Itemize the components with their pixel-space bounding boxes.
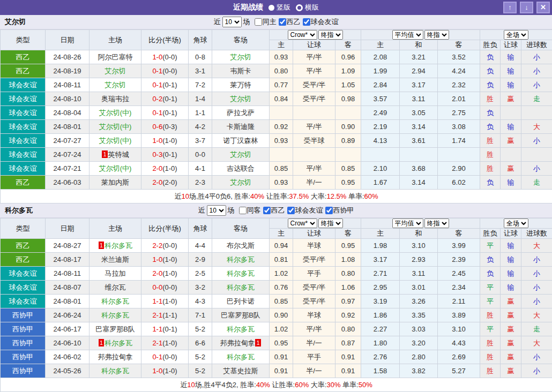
avg-stage-select[interactable]: 终指	[424, 218, 449, 228]
checkbox-label: 同主	[263, 17, 277, 27]
filter-label-games: 场	[228, 206, 235, 215]
checkbox-input[interactable]	[279, 18, 286, 26]
league-type-badge: 球会友谊	[1, 120, 46, 134]
fulltime-score: 2-0	[152, 269, 162, 277]
result-flag	[521, 148, 552, 162]
home-team: 科尔多瓦	[89, 364, 141, 378]
team-label: 科尔多瓦	[227, 283, 255, 291]
checkbox-input[interactable]	[287, 207, 295, 214]
filter-checkbox-西乙[interactable]: 西乙	[278, 17, 301, 27]
match-row: 球会友谊24-08-11艾尔切0-1(0-1)7-2莱万特0.77受平/半1.0…	[1, 78, 552, 92]
team-label: 科尔多瓦	[227, 325, 255, 333]
league-type-badge: 西协甲	[1, 322, 46, 336]
average-odds: 2.32	[438, 78, 480, 92]
match-count-select[interactable]: 10	[222, 17, 242, 27]
team-label: 奥瑞韦拉	[101, 95, 129, 103]
handicap-odds: 1.02	[270, 322, 293, 336]
checkbox-input[interactable]	[325, 207, 333, 214]
score: 1-0(1-0)	[141, 253, 189, 267]
checkbox-input[interactable]	[263, 207, 271, 214]
result-flag: 胜	[480, 364, 501, 378]
filter-checkbox-球会友谊[interactable]: 球会友谊	[302, 17, 339, 27]
odds-stage-select[interactable]: 终指	[318, 218, 343, 228]
odds-sub-header: 让球	[293, 40, 335, 50]
avg-stage-select[interactable]: 终指	[424, 30, 449, 40]
average-odds: 2.39	[438, 253, 480, 267]
team-label: 韦斯卡	[230, 67, 251, 75]
filter-checkbox-西乙[interactable]: 西乙	[263, 206, 285, 215]
match-row: 西协甲24-06-101科尔多瓦2-1(1-0)6-6邦弗拉甸拿10.95半/一…	[1, 336, 552, 350]
filter-checkbox-同客[interactable]: 同客	[236, 206, 261, 215]
odds-company-select[interactable]: Crow*	[288, 30, 317, 40]
move-down-button[interactable]: ↓	[520, 2, 533, 13]
handicap-odds: 半/一	[293, 176, 335, 190]
results-table: 类型日期主场比分(半场)角球客场Crow*终指平均值终指全场主让球客主和客胜负让…	[0, 29, 552, 203]
home-team: 艾尔切(中)	[89, 134, 141, 148]
average-odds: 3.11	[400, 267, 438, 281]
match-row: 西乙24-08-26阿尔巴塞特1-0(0-0)0-8艾尔切0.93平/半0.96…	[1, 50, 552, 64]
team-label: 科尔多瓦	[101, 297, 129, 305]
match-date: 24-08-19	[46, 64, 89, 78]
average-odds: 5.27	[438, 364, 480, 378]
average-odds: 1.58	[361, 364, 400, 378]
handicap-odds: 0.98	[335, 92, 361, 106]
column-header: 类型	[1, 218, 46, 239]
filter-checkbox-球会友谊[interactable]: 球会友谊	[287, 206, 323, 215]
team-name: 艾尔切	[5, 17, 26, 27]
odds-stage-select[interactable]: 终指	[318, 30, 343, 40]
average-odds: 2.75	[438, 106, 480, 120]
move-up-button[interactable]: ↑	[503, 2, 517, 13]
home-team: 1英特城	[89, 148, 141, 162]
match-count-select[interactable]: 10	[207, 205, 226, 216]
odds-company-select[interactable]: Crow*	[288, 218, 317, 228]
scope-select[interactable]: 全场	[504, 218, 528, 228]
team-label: 科尔多瓦	[101, 311, 129, 319]
home-team: 奥瑞韦拉	[89, 92, 141, 106]
column-header: 比分(半场)	[141, 30, 189, 50]
corners: 6-6	[189, 336, 212, 350]
scope-select[interactable]: 全场	[504, 30, 528, 40]
handicap-odds: 受平/半	[293, 295, 335, 308]
handicap-odds: 0.93	[270, 176, 293, 190]
average-odds: 2.90	[438, 162, 480, 176]
avg-source-select[interactable]: 平均值	[392, 218, 423, 228]
halftime-score: (0-1)	[162, 81, 177, 89]
filter-checkbox-西协甲[interactable]: 西协甲	[325, 206, 354, 215]
match-row: 西协甲24-05-26科尔多瓦1-0(1-0)5-2艾基史拉斯0.91半/一0.…	[1, 364, 552, 378]
corners: 5-2	[189, 350, 212, 364]
avg-source-select[interactable]: 平均值	[392, 30, 423, 40]
column-header: 角球	[189, 218, 212, 239]
result-flag: 走	[521, 176, 552, 190]
close-button[interactable]: ✕	[536, 2, 550, 13]
average-odds	[361, 148, 400, 162]
handicap-odds: 0.90	[270, 308, 293, 322]
match-date: 24-05-26	[46, 364, 89, 378]
league-type-badge: 球会友谊	[1, 162, 46, 176]
filter-checkbox-同主[interactable]: 同主	[252, 17, 277, 27]
home-team: 1科尔多瓦	[89, 239, 141, 253]
away-team: 巴列卡诺	[212, 295, 270, 308]
checkbox-input[interactable]	[303, 18, 310, 26]
home-team: 1科尔多瓦	[89, 336, 141, 350]
handicap-odds: 0.80	[335, 322, 361, 336]
result-flag: 小	[521, 78, 552, 92]
result-flag: 负	[480, 64, 501, 78]
avg-source-header: 平均值终指	[361, 218, 480, 229]
checkbox-label: 球会友谊	[311, 17, 339, 27]
handicap-odds	[270, 148, 293, 162]
match-date: 24-08-11	[46, 78, 89, 92]
avg-sub-header: 主	[361, 229, 400, 239]
checkbox-input[interactable]	[255, 18, 262, 26]
corners: 0-0	[189, 148, 212, 162]
away-team: 艾尔切	[212, 92, 270, 106]
handicap-odds: 0.96	[335, 50, 361, 64]
team-label: 邦弗拉甸拿	[98, 353, 133, 361]
checkbox-input[interactable]	[239, 207, 247, 214]
radio-horizontal-layout[interactable]: 横版	[296, 3, 319, 12]
radio-vertical-layout[interactable]: 竖版	[268, 3, 290, 12]
result-sub-header: 胜负	[480, 229, 501, 239]
home-team: 艾尔切(中)	[89, 106, 141, 120]
average-odds: 3.17	[361, 253, 400, 267]
score: 2-0(1-0)	[141, 162, 189, 176]
handicap-odds: 平/半	[293, 162, 335, 176]
